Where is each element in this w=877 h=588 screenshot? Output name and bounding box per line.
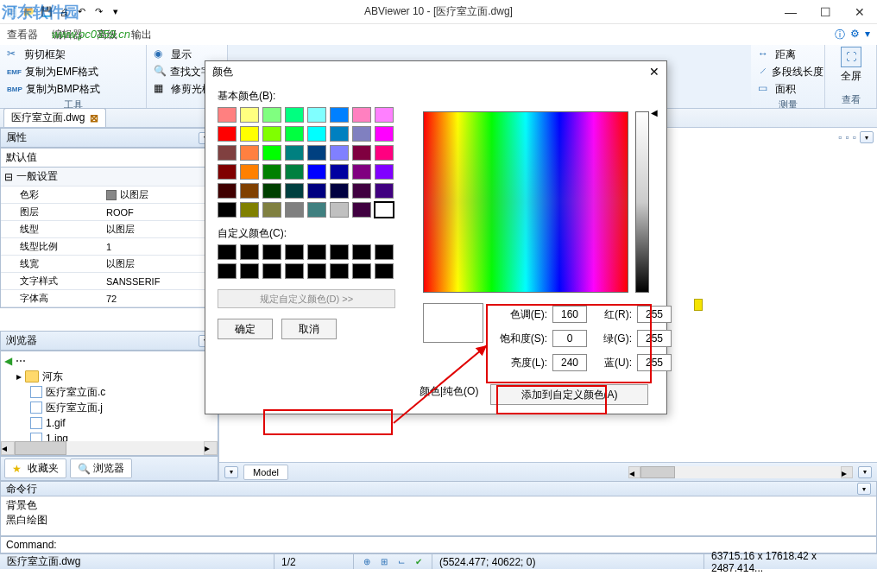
qat-undo-icon[interactable]: ↶ (74, 5, 88, 19)
color-swatch[interactable] (285, 183, 304, 199)
sat-input[interactable] (552, 330, 587, 347)
ok-button[interactable]: 确定 (218, 319, 273, 339)
color-swatch[interactable] (307, 164, 326, 180)
color-swatch[interactable] (240, 126, 259, 142)
color-swatch[interactable] (240, 145, 259, 161)
canvas-view-icons[interactable]: ▫▫▫ (838, 131, 856, 143)
file-tab-active[interactable]: 医疗室立面.dwg ⊠ (3, 108, 106, 127)
ribbon-fullscreen[interactable]: ⛶ 全屏 (830, 47, 872, 84)
file-tab-close-icon[interactable]: ⊠ (90, 112, 98, 124)
tree-back[interactable]: ◀⋯ (4, 353, 214, 369)
maximize-button[interactable]: ☐ (808, 0, 842, 24)
color-swatch[interactable] (240, 202, 259, 218)
color-swatch[interactable] (307, 126, 326, 142)
panel-tab-browser[interactable]: 🔍浏览器 (70, 458, 132, 478)
color-swatch[interactable] (218, 183, 237, 199)
menu-output[interactable]: 输出 (131, 28, 152, 42)
qat-open-icon[interactable]: 📂 (22, 5, 36, 19)
canvas-hscrollbar[interactable]: ◂▸ (628, 466, 853, 478)
color-swatch[interactable] (262, 202, 281, 218)
tree-file[interactable]: 医疗室立面.j (4, 400, 214, 415)
add-to-custom-button[interactable]: 添加到自定义颜色(A) (490, 384, 648, 405)
hue-input[interactable] (552, 306, 587, 323)
color-swatch[interactable] (330, 183, 349, 199)
color-spectrum[interactable] (423, 111, 628, 293)
canvas-dropdown-icon[interactable]: ▾ (860, 131, 874, 143)
minimize-button[interactable]: — (773, 0, 808, 24)
cancel-button[interactable]: 取消 (281, 319, 337, 339)
model-tab[interactable]: Model (243, 465, 288, 480)
color-swatch[interactable] (240, 107, 259, 123)
tree-file[interactable]: 医疗室立面.c (4, 384, 214, 400)
commandline-history[interactable]: 背景色 黑白绘图 (0, 496, 877, 536)
color-swatch[interactable] (330, 107, 349, 123)
color-swatch[interactable] (218, 202, 237, 218)
color-swatch[interactable] (330, 164, 349, 180)
menu-viewer[interactable]: 查看器 (7, 28, 38, 42)
menu-advanced[interactable]: 高级 (97, 28, 117, 42)
color-swatch[interactable] (375, 164, 394, 180)
color-swatch[interactable] (307, 107, 326, 123)
color-swatch[interactable] (285, 107, 304, 123)
file-tree[interactable]: ◀⋯ ▸河东 医疗室立面.c医疗室立面.j1.gif1.jpg (1, 351, 218, 441)
color-swatch[interactable] (240, 183, 259, 199)
color-swatch[interactable] (330, 202, 349, 218)
dialog-close-button[interactable]: ✕ (649, 65, 659, 79)
status-mode-icons[interactable]: ⊕⊞⌙✔ (354, 554, 432, 569)
color-swatch[interactable] (352, 126, 371, 142)
qat-print-icon[interactable]: 🖨 (57, 5, 71, 19)
color-swatch[interactable] (375, 202, 394, 218)
ribbon-copy-bmp[interactable]: BMP复制为BMP格式 (7, 81, 139, 97)
properties-category[interactable]: ⊟一般设置 (1, 168, 218, 187)
color-swatch[interactable] (262, 145, 281, 161)
property-row[interactable]: 线型以图层 (1, 221, 218, 238)
ribbon-distance[interactable]: ↔距离 (758, 47, 817, 62)
color-swatch[interactable] (218, 145, 237, 161)
color-swatch[interactable] (218, 107, 237, 123)
color-swatch[interactable] (262, 183, 281, 199)
color-swatch[interactable] (307, 183, 326, 199)
properties-default-combo[interactable]: 默认值▾ (0, 148, 218, 168)
color-swatch[interactable] (352, 202, 371, 218)
lum-input[interactable] (552, 354, 587, 371)
color-swatch[interactable] (307, 202, 326, 218)
color-swatch[interactable] (285, 164, 304, 180)
color-swatch[interactable] (352, 107, 371, 123)
ribbon-polyline-length[interactable]: ⟋多段线长度 (758, 64, 817, 79)
color-swatch[interactable] (218, 164, 237, 180)
layout-dropdown-icon[interactable]: ▾ (224, 466, 238, 478)
qat-redo-icon[interactable]: ↷ (91, 5, 105, 19)
close-button[interactable]: ✕ (842, 0, 877, 24)
color-swatch[interactable] (352, 183, 371, 199)
color-swatch[interactable] (375, 126, 394, 142)
property-row[interactable]: 线宽以图层 (1, 256, 218, 273)
color-swatch[interactable] (262, 107, 281, 123)
property-row[interactable]: 字体高72 (1, 290, 218, 307)
help-info-icon[interactable]: ⓘ (835, 28, 845, 42)
property-row[interactable]: 文字样式SANSSERIF (1, 273, 218, 290)
color-swatch[interactable] (285, 202, 304, 218)
color-swatch[interactable] (375, 145, 394, 161)
color-swatch[interactable] (375, 107, 394, 123)
color-swatch[interactable] (285, 126, 304, 142)
layout-dropdown2-icon[interactable]: ▾ (858, 466, 872, 478)
qat-save-icon[interactable]: 💾 (40, 5, 54, 19)
color-swatch[interactable] (352, 145, 371, 161)
menu-editor[interactable]: 编辑器 (52, 28, 83, 42)
help-settings-icon[interactable]: ⚙ (850, 28, 860, 42)
color-swatch[interactable] (285, 145, 304, 161)
tree-file[interactable]: 1.gif (4, 415, 214, 431)
commandline-dropdown-icon[interactable]: ▾ (857, 483, 871, 495)
red-input[interactable] (637, 306, 672, 323)
ribbon-cut-frame[interactable]: ✂剪切框架 (7, 47, 139, 62)
ribbon-copy-emf[interactable]: EMF复制为EMF格式 (7, 64, 139, 79)
luminance-slider[interactable] (635, 111, 649, 293)
color-swatch[interactable] (330, 126, 349, 142)
property-row[interactable]: 图层ROOF (1, 204, 218, 221)
ribbon-area[interactable]: ▭面积 (758, 81, 817, 97)
color-swatch[interactable] (218, 126, 237, 142)
tree-file[interactable]: 1.jpg (4, 431, 214, 441)
green-input[interactable] (637, 330, 672, 347)
color-swatch[interactable] (330, 145, 349, 161)
color-swatch[interactable] (262, 126, 281, 142)
